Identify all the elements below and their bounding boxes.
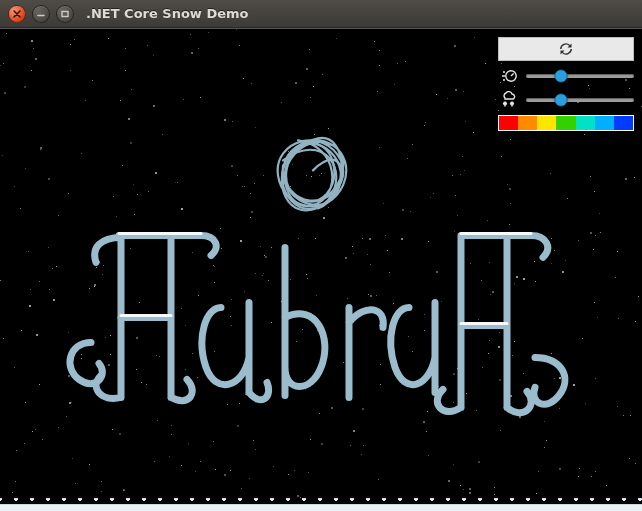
maximize-icon [60, 9, 70, 19]
hue-swatch[interactable] [537, 116, 556, 130]
snowfall-icon [498, 91, 520, 109]
hue-swatch[interactable] [518, 116, 537, 130]
window-minimize-button[interactable] [32, 5, 50, 23]
window-close-button[interactable] [8, 5, 26, 23]
hue-swatch[interactable] [499, 116, 518, 130]
svg-rect-0 [62, 11, 68, 16]
snow-ground [0, 499, 642, 511]
hue-swatch[interactable] [595, 116, 614, 130]
speed-icon [498, 67, 520, 85]
window-titlebar: .NET Core Snow Demo [0, 0, 642, 28]
reset-button[interactable] [498, 37, 634, 61]
window-title: .NET Core Snow Demo [86, 6, 249, 21]
speed-slider-row [498, 67, 634, 85]
close-icon [12, 9, 22, 19]
snowfall-slider-row [498, 91, 634, 109]
minimize-icon [36, 9, 46, 19]
refresh-icon [558, 41, 574, 57]
hue-swatch[interactable] [614, 116, 633, 130]
controls-panel [498, 37, 634, 131]
hue-swatch[interactable] [576, 116, 595, 130]
window-maximize-button[interactable] [56, 5, 74, 23]
hue-swatch[interactable] [556, 116, 575, 130]
logo-graphic [61, 112, 581, 442]
speed-slider[interactable] [526, 69, 634, 83]
snowfall-slider[interactable] [526, 93, 634, 107]
hue-picker[interactable] [498, 115, 634, 131]
app-viewport [0, 28, 642, 511]
